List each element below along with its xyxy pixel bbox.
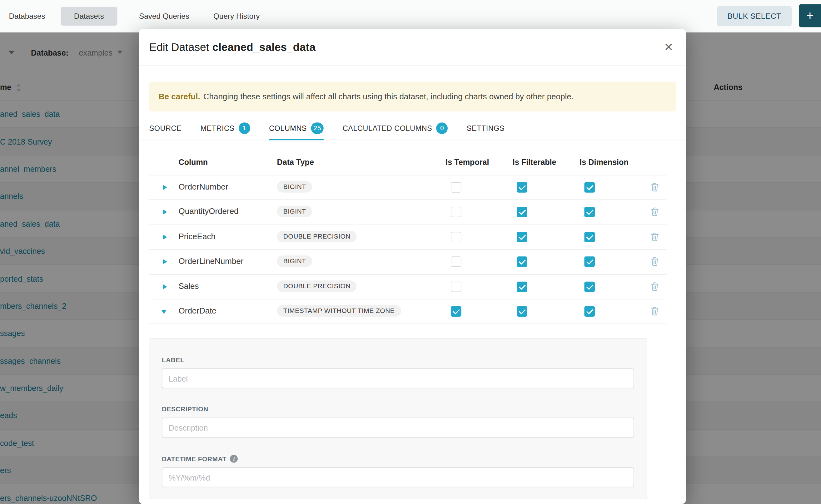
metrics-count-badge: 1 [239,122,250,134]
info-icon[interactable]: i [230,455,238,463]
description-field-group: DESCRIPTION [162,406,634,437]
column-name: OrderLineNumber [179,257,244,266]
tab-label: SOURCE [149,124,181,132]
column-row: QuantityOrdered BIGINT [149,200,667,225]
nav-tab-query-history[interactable]: Query History [211,7,262,25]
expand-caret-icon[interactable] [163,259,167,264]
nav-tab-datasets[interactable]: Datasets [61,7,117,25]
column-type-badge: DOUBLE PRECISION [277,231,357,242]
delete-column-button[interactable] [651,183,659,191]
is-temporal-checkbox[interactable] [451,207,462,218]
columns-table-header: Column Data Type Is Temporal Is Filterab… [149,140,667,175]
datetime-format-input[interactable] [162,467,634,487]
expand-caret-icon[interactable] [163,210,167,215]
column-name: Sales [179,281,199,291]
warning-banner-bold: Be careful. [159,92,200,101]
bulk-select-button[interactable]: BULK SELECT [717,6,792,26]
description-input[interactable] [162,418,634,438]
warning-banner: Be careful. Changing these settings will… [149,82,676,111]
plus-icon: + [806,8,814,22]
datetime-format-label-text: DATETIME FORMAT [162,455,226,462]
modal-title: Edit Datasetcleaned_sales_data [149,41,315,53]
collapse-caret-icon[interactable] [161,310,166,314]
tab-calculated-columns[interactable]: CALCULATED COLUMNS 0 [343,117,448,140]
tab-label: COLUMNS [269,124,307,132]
app-screen: Databases Datasets Saved Queries Query H… [0,0,821,504]
is-dimension-checkbox[interactable] [584,232,595,242]
is-temporal-checkbox[interactable] [451,232,462,242]
tab-settings[interactable]: SETTINGS [467,117,505,140]
column-name: QuantityOrdered [179,207,239,216]
delete-column-button[interactable] [651,232,659,241]
description-field-label: DESCRIPTION [162,406,634,413]
datetime-format-field-group: DATETIME FORMAT i [162,455,634,487]
label-input[interactable] [162,368,634,388]
is-filterable-checkbox[interactable] [517,306,527,317]
tab-label: CALCULATED COLUMNS [343,124,432,132]
column-type-badge: BIGINT [277,206,312,217]
is-temporal-checkbox[interactable] [451,281,462,292]
expand-caret-icon[interactable] [163,234,167,240]
is-filterable-checkbox[interactable] [517,281,527,292]
column-type-badge: BIGINT [277,255,312,267]
is-temporal-checkbox[interactable] [451,306,462,317]
delete-column-button[interactable] [651,282,659,291]
column-detail-panel: LABEL DESCRIPTION DATETIME FORMAT i [149,338,647,499]
label-field-label: LABEL [162,357,634,364]
delete-column-button[interactable] [651,257,659,266]
expand-caret-icon[interactable] [163,185,167,190]
close-icon[interactable]: ✕ [664,41,674,52]
scale-wrapper: Databases Datasets Saved Queries Query H… [0,0,821,504]
is-temporal-checkbox[interactable] [451,182,462,193]
is-dimension-checkbox[interactable] [584,182,595,193]
datetime-format-field-label: DATETIME FORMAT i [162,455,634,463]
label-field-group: LABEL [162,357,634,388]
column-header: Column [179,157,208,166]
is-filterable-header: Is Filterable [513,157,557,166]
is-dimension-checkbox[interactable] [584,306,595,317]
column-row: OrderNumber BIGINT [149,175,667,200]
is-dimension-checkbox[interactable] [584,207,595,218]
columns-count-badge: 25 [311,122,324,134]
tab-columns[interactable]: COLUMNS 25 [269,117,324,140]
modal-title-dataset-name: cleaned_sales_data [212,41,315,53]
tab-source[interactable]: SOURCE [149,117,181,140]
column-name: PriceEach [179,232,215,241]
is-temporal-checkbox[interactable] [451,257,462,267]
is-dimension-checkbox[interactable] [584,257,595,267]
expand-caret-icon[interactable] [163,284,167,289]
label-field-label-text: LABEL [162,357,184,364]
delete-column-button[interactable] [651,207,659,216]
column-row: OrderLineNumber BIGINT [149,250,667,274]
data-type-header: Data Type [277,157,314,166]
add-dataset-button[interactable]: + [799,4,821,27]
is-filterable-checkbox[interactable] [517,182,527,193]
is-dimension-header: Is Dimension [580,157,628,166]
modal-tabs: SOURCE METRICS 1 COLUMNS 25 CALCULATED C… [139,117,686,140]
column-type-badge: DOUBLE PRECISION [277,280,357,292]
is-filterable-checkbox[interactable] [517,207,527,218]
is-dimension-checkbox[interactable] [584,281,595,292]
column-name: OrderDate [179,306,216,315]
modal-title-prefix: Edit Dataset [149,41,209,53]
columns-table-body: OrderNumber BIGINT QuantityOrdered BIGIN… [139,175,686,324]
warning-banner-text: Changing these settings will affect all … [203,92,574,101]
is-filterable-checkbox[interactable] [517,232,527,242]
tab-metrics[interactable]: METRICS 1 [200,117,250,140]
column-row: PriceEach DOUBLE PRECISION [149,225,667,250]
tab-label: METRICS [200,124,234,132]
modal-header: Edit Datasetcleaned_sales_data ✕ [139,29,686,65]
nav-tab-saved-queries[interactable]: Saved Queries [137,7,191,25]
top-nav: Databases Datasets Saved Queries Query H… [0,0,821,32]
nav-tab-databases[interactable]: Databases [7,7,47,25]
column-row-expanded: OrderDate TIMESTAMP WITHOUT TIME ZONE [149,299,667,324]
delete-column-button[interactable] [651,307,659,315]
is-filterable-checkbox[interactable] [517,257,527,267]
column-type-badge: BIGINT [277,181,312,193]
calculated-columns-count-badge: 0 [437,122,448,134]
column-row: Sales DOUBLE PRECISION [149,274,667,299]
description-field-label-text: DESCRIPTION [162,406,208,413]
tab-label: SETTINGS [467,124,505,132]
edit-dataset-modal: Edit Datasetcleaned_sales_data ✕ Be care… [139,29,686,504]
is-temporal-header: Is Temporal [446,157,489,166]
